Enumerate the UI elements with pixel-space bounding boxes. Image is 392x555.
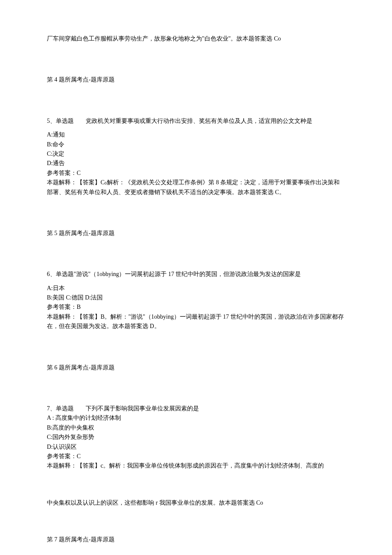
q7-note: 第 7 题所属考点-题库原题 xyxy=(47,535,345,544)
spacer xyxy=(47,244,345,270)
spacer xyxy=(47,551,345,555)
spacer xyxy=(47,337,345,363)
q5-note: 第 5 题所属考点-题库原题 xyxy=(47,229,345,238)
q5-option-c: C:决定 xyxy=(47,149,345,159)
q5-option-a: A:通知 xyxy=(47,130,345,139)
q6-option-a: A:日本 xyxy=(47,284,345,293)
q6-note: 第 6 题所属考点-题库原题 xyxy=(47,363,345,372)
q5-option-b: B:命令 xyxy=(47,140,345,149)
document-page: 厂车间穿戴白色工作服帽从事劳动生产，故形象化地称之为"白色农业"。故本题答案选 … xyxy=(0,0,392,555)
q5-answer: 参考答案：C xyxy=(47,169,345,178)
spacer xyxy=(47,49,345,75)
q7-option-d: D:认识误区 xyxy=(47,442,345,452)
q6-answer: 参考答案：B xyxy=(47,302,345,312)
q6-explain: 本题解释：【答案】B。解析："游说"（1obbying）一词最初起源于 17 世… xyxy=(47,312,345,331)
q6-options-bcd: B:美国 C:德国 D:法国 xyxy=(47,293,345,302)
q7-option-c: C:国内外复杂形势 xyxy=(47,433,345,442)
spacer xyxy=(47,477,345,498)
q7-explain-cont: 中央集权以及认识上的误区，这些都影响 r 我国事业单位的发展。故本题答案选 Co xyxy=(47,498,345,508)
spacer xyxy=(47,203,345,229)
spacer xyxy=(47,279,345,284)
q5-option-d: D:通告 xyxy=(47,159,345,168)
spacer xyxy=(47,514,345,535)
q7-option-a: A : 高度集中的计划经济体制 xyxy=(47,413,345,423)
q7-option-b: B:高度的中央集权 xyxy=(47,423,345,433)
q4-note: 第 4 题所属考点-题库原题 xyxy=(47,75,345,84)
q6-block: 6、单选题"游说"（1obbying）一词展初起源于 17 世纪中叶的英国，但游… xyxy=(47,270,345,331)
q7-stem: 7、单选题 下列不属于影响我国事业单位发展因素的是 xyxy=(47,404,345,413)
q7-answer: 参考答案：C xyxy=(47,452,345,461)
spacer xyxy=(47,378,345,404)
q5-explain: 本题解释：【答案】C₀解析：《党政机关公文处理工作条例》第 8 条规定：决定，适… xyxy=(47,178,345,197)
intro-fragment: 厂车间穿戴白色工作服帽从事劳动生产，故形象化地称之为"白色农业"。故本题答案选 … xyxy=(47,34,345,44)
q5-stem: 5、单选题 党政机关对重要事项或重大行动作出安排、奖惩有关单位及人员，适宜用的公… xyxy=(47,116,345,126)
q7-block: 7、单选题 下列不属于影响我国事业单位发展因素的是 A : 高度集中的计划经济体… xyxy=(47,404,345,471)
spacer xyxy=(47,91,345,116)
spacer xyxy=(47,126,345,130)
q7-explain: 本题解释：【答案】c。解析：我国事业单位传统体制形成的原因在于，高度集中的计划经… xyxy=(47,461,345,471)
q5-block: 5、单选题 党政机关对重要事项或重大行动作出安排、奖惩有关单位及人员，适宜用的公… xyxy=(47,116,345,197)
q6-stem: 6、单选题"游说"（1obbying）一词展初起源于 17 世纪中叶的英国，但游… xyxy=(47,270,345,279)
